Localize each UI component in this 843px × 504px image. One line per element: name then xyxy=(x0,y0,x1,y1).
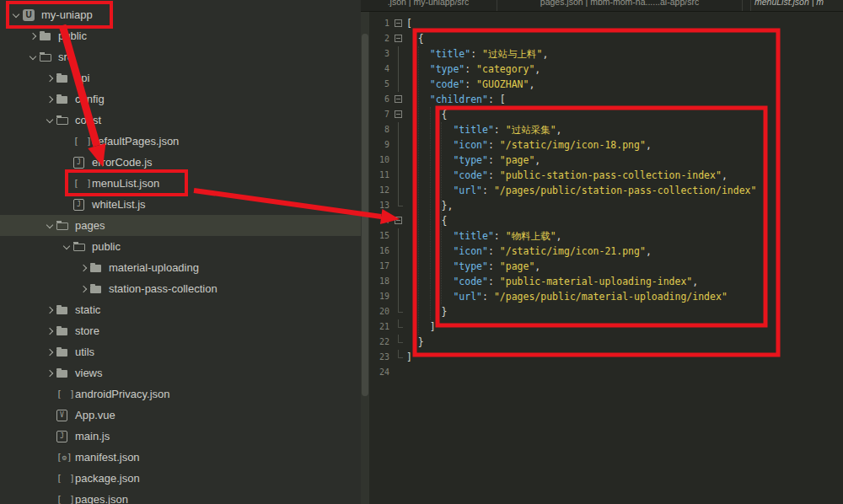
fold-collapse-icon[interactable] xyxy=(395,19,402,27)
sidebar-scrollbar[interactable] xyxy=(361,0,369,504)
token-pun: : xyxy=(482,291,494,303)
token-pun: : xyxy=(488,245,500,257)
tree-item-const[interactable]: const xyxy=(0,110,361,131)
tree-item-pages-json[interactable]: [ ]pages.json xyxy=(0,489,361,504)
tree-item-src[interactable]: src xyxy=(0,46,361,67)
uniapp-logo-icon: U xyxy=(23,9,41,21)
fold-guide xyxy=(398,289,399,304)
chevron-right-icon[interactable] xyxy=(42,371,56,376)
code-line[interactable]: "title": "过站与上料", xyxy=(406,46,548,62)
chevron-right-icon[interactable] xyxy=(42,350,56,355)
chevron-down-icon[interactable] xyxy=(25,56,40,59)
tree-item-utils[interactable]: utils xyxy=(0,341,361,362)
chevron-right-icon[interactable] xyxy=(42,329,56,334)
tree-item-label: pages xyxy=(75,219,105,232)
token-key: "code" xyxy=(453,276,488,287)
line-number: 18 xyxy=(369,274,389,289)
code-line[interactable]: } xyxy=(406,335,424,350)
chevron-right-icon[interactable] xyxy=(25,34,40,39)
tree-item-views[interactable]: views xyxy=(0,362,361,383)
fold-collapse-icon[interactable] xyxy=(395,217,402,224)
tree-item-app-vue[interactable]: VApp.vue xyxy=(0,405,361,426)
code-line[interactable]: "type": "page", xyxy=(406,153,540,168)
chevron-right-icon[interactable] xyxy=(42,97,56,102)
token-str: "物料上载" xyxy=(506,230,556,242)
tree-item-public[interactable]: public xyxy=(0,236,361,257)
code-line[interactable]: "code": "public-station-pass-collection-… xyxy=(406,168,728,183)
code-line[interactable]: "type": "category", xyxy=(406,62,540,77)
chevron-down-icon[interactable] xyxy=(59,245,73,249)
chevron-down-icon[interactable] xyxy=(42,119,56,122)
line-number: 4 xyxy=(369,62,389,77)
code-line[interactable]: { xyxy=(406,31,424,46)
tree-item-pages[interactable]: pages xyxy=(0,215,361,236)
tree-item-defaultpages-json[interactable]: [ ]defaultPages.json xyxy=(0,131,361,152)
token-str: "/static/img/icon-18.png" xyxy=(500,139,646,151)
code-line[interactable]: "icon": "/static/img/icon-21.png", xyxy=(406,244,652,259)
tree-item-station-pass-collection[interactable]: station-pass-collection xyxy=(0,278,361,299)
fold-end-marker xyxy=(398,350,403,358)
chevron-right-icon[interactable] xyxy=(76,287,90,292)
sidebar-scrollbar-thumb[interactable] xyxy=(362,34,368,396)
ide-window: Umy-uniapppublicsrcapiconfigconst[ ]defa… xyxy=(0,0,843,504)
tab-json-my-uniapp[interactable]: .json | my-uniapp/src xyxy=(362,0,494,11)
tree-item-main-js[interactable]: Jmain.js xyxy=(0,426,361,447)
tree-item-label: api xyxy=(75,72,89,84)
tree-item-store[interactable]: store xyxy=(0,320,361,341)
tree-item-label: menuList.json xyxy=(92,177,159,190)
code-line[interactable]: "url": "/pages/public/material-uploading… xyxy=(406,289,728,304)
tab-pages-json[interactable]: pages.json | mbm-mom-ha......al-app/src xyxy=(497,0,743,11)
token-pun: , xyxy=(529,78,534,90)
code-line[interactable]: "children": [ xyxy=(406,92,506,107)
fold-end-marker xyxy=(398,319,403,328)
code-line[interactable]: { xyxy=(406,107,447,122)
token-str: "GUOZHAN" xyxy=(476,78,529,90)
tree-item-menulist-json[interactable]: [ ]menuList.json xyxy=(0,173,361,194)
folder-closed-icon xyxy=(56,94,75,104)
code-line[interactable]: "code": "public-material-uploading-index… xyxy=(406,274,698,289)
tree-item-whitelist-js[interactable]: JwhiteList.js xyxy=(0,194,361,215)
tree-item-package-json[interactable]: [ ]package.json xyxy=(0,468,361,489)
line-number: 5 xyxy=(369,77,389,92)
code-line[interactable]: "url": "/pages/public/station-pass-colle… xyxy=(406,183,756,198)
chevron-down-icon[interactable] xyxy=(8,13,23,17)
tree-item-config[interactable]: config xyxy=(0,88,361,110)
chevron-right-icon[interactable] xyxy=(42,308,56,313)
token-key: "icon" xyxy=(453,245,488,257)
chevron-down-icon[interactable] xyxy=(42,224,56,228)
tree-item-androidprivacy-json[interactable]: [ ]androidPrivacy.json xyxy=(0,383,361,405)
code-line[interactable]: [ xyxy=(406,16,412,31)
fold-guide xyxy=(398,228,399,244)
tree-item-manifest-json[interactable]: [⚙]manifest.json xyxy=(0,447,361,468)
tree-item-label: package.json xyxy=(75,472,140,485)
fold-end-marker xyxy=(398,198,403,206)
code-line[interactable]: "code": "GUOZHAN", xyxy=(406,77,534,92)
code-line[interactable]: ] xyxy=(406,350,412,365)
token-key: "title" xyxy=(453,124,493,136)
line-number: 6 xyxy=(369,92,389,107)
chevron-right-icon[interactable] xyxy=(76,265,90,271)
code-line[interactable]: "type": "page", xyxy=(406,259,540,274)
fold-collapse-icon[interactable] xyxy=(395,110,402,118)
token-str: "category" xyxy=(476,63,534,75)
code-line[interactable]: } xyxy=(406,304,447,319)
code-line[interactable]: "icon": "/static/img/icon-18.png", xyxy=(406,137,652,153)
tab-label: pages.json | mbm-mom-ha......al-app/src xyxy=(497,0,742,7)
json-file-icon: [ ] xyxy=(56,494,75,504)
fold-collapse-icon[interactable] xyxy=(395,95,402,103)
tree-item-public[interactable]: public xyxy=(0,25,361,46)
tree-item-api[interactable]: api xyxy=(0,67,361,88)
fold-collapse-icon[interactable] xyxy=(395,35,402,42)
line-number: 3 xyxy=(369,46,389,62)
line-number: 2 xyxy=(369,31,389,46)
chevron-right-icon[interactable] xyxy=(42,76,56,81)
tree-item-static[interactable]: static xyxy=(0,299,361,320)
tree-item-material-uploading[interactable]: material-uploading xyxy=(0,257,361,278)
token-key: "title" xyxy=(430,48,470,60)
token-pun xyxy=(406,306,442,318)
tree-item-my-uniapp[interactable]: Umy-uniapp xyxy=(0,4,361,25)
tree-item-label: manifest.json xyxy=(75,451,140,464)
tab-menulist-json-active[interactable]: menuList.json | m xyxy=(750,0,843,11)
code-line[interactable]: ] xyxy=(406,319,436,335)
tree-item-errorcode-js[interactable]: JerrorCode.js xyxy=(0,152,361,173)
